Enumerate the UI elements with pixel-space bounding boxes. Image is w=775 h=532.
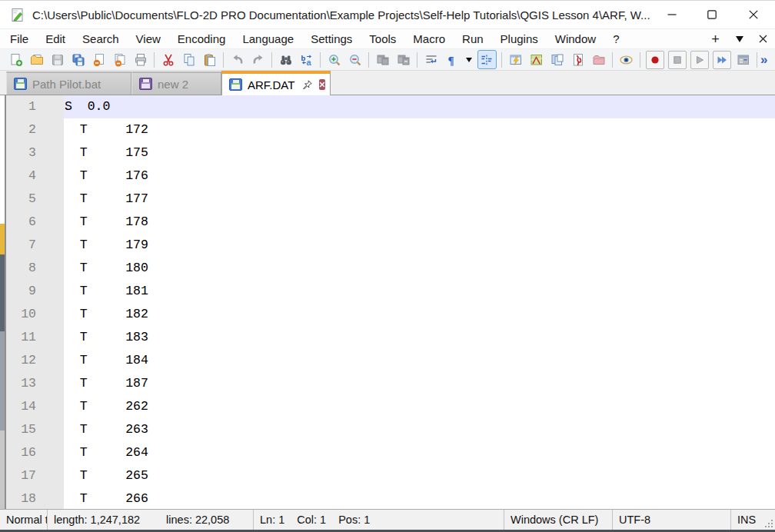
close-all-button[interactable] <box>111 52 128 68</box>
tab-list-dropdown-button[interactable] <box>727 29 751 48</box>
menu-item[interactable]: Window <box>547 29 604 48</box>
editor-line[interactable]: T 264 <box>64 441 775 464</box>
document-map-button[interactable] <box>618 52 635 68</box>
editor-line[interactable]: T 172 <box>64 118 775 141</box>
print-button[interactable] <box>132 52 149 68</box>
editor-line[interactable]: T 266 <box>64 487 775 509</box>
visibility-dropdown-button[interactable] <box>464 52 474 68</box>
line-number[interactable]: 1 <box>6 95 64 118</box>
line-number[interactable]: 13 <box>6 372 64 395</box>
cut-button[interactable] <box>160 52 177 68</box>
line-number[interactable]: 12 <box>6 349 64 372</box>
menu-item[interactable]: Encoding <box>169 29 234 48</box>
line-number[interactable]: 8 <box>6 257 64 280</box>
editor-line[interactable]: T 184 <box>64 349 775 372</box>
close-button[interactable] <box>732 1 775 28</box>
line-number[interactable]: 11 <box>6 326 64 349</box>
redo-button[interactable] <box>250 52 267 68</box>
play-macro-button[interactable] <box>690 51 709 69</box>
paste-button[interactable] <box>201 52 218 68</box>
find-button[interactable] <box>278 52 294 68</box>
tab-close-button[interactable] <box>319 79 325 90</box>
resize-grip-icon[interactable] <box>763 518 773 528</box>
menu-item[interactable]: Run <box>454 29 492 48</box>
editor-line[interactable]: T 178 <box>64 211 775 234</box>
menu-item[interactable]: Macro <box>404 29 454 48</box>
tab-new-2[interactable]: new 2 <box>131 71 221 95</box>
editor-line[interactable]: S 0.0 <box>64 95 775 118</box>
map-plugin-button[interactable] <box>528 52 545 68</box>
undo-button[interactable] <box>229 52 246 68</box>
line-number[interactable]: 14 <box>6 395 64 418</box>
word-wrap-button[interactable] <box>423 52 440 68</box>
open-file-button[interactable] <box>28 52 45 68</box>
menu-item[interactable]: File <box>2 29 37 48</box>
editor-line[interactable]: T 262 <box>64 395 775 418</box>
line-number[interactable]: 9 <box>6 280 64 303</box>
menu-item[interactable]: ? <box>604 29 627 48</box>
saved-file-icon <box>14 78 27 90</box>
line-number[interactable]: 15 <box>6 418 64 441</box>
editor-line[interactable]: T 263 <box>64 418 775 441</box>
line-number[interactable]: 18 <box>6 487 64 509</box>
save-recorded-macro-button[interactable] <box>735 52 752 68</box>
add-tab-button[interactable]: + <box>703 29 727 48</box>
line-number[interactable]: 6 <box>6 211 64 234</box>
menu-item[interactable]: View <box>128 29 169 48</box>
line-number[interactable]: 4 <box>6 165 64 188</box>
replace-button[interactable]: ba <box>298 52 315 68</box>
new-file-button[interactable] <box>8 52 25 68</box>
monitor-document-button[interactable] <box>549 52 566 68</box>
save-all-button[interactable] <box>70 52 87 68</box>
run-script-button[interactable] <box>507 52 524 68</box>
editor-line[interactable]: T 176 <box>64 165 775 188</box>
editor-line[interactable]: T 265 <box>64 464 775 487</box>
editor-line[interactable]: T 180 <box>64 257 775 280</box>
record-macro-button[interactable] <box>646 51 664 69</box>
encoding-segment[interactable]: UTF-8 <box>613 510 731 530</box>
save-button[interactable] <box>49 52 66 68</box>
menu-item[interactable]: Language <box>234 29 302 48</box>
editor-line[interactable]: T 181 <box>64 280 775 303</box>
maximize-button[interactable] <box>692 1 732 28</box>
menu-item[interactable]: Settings <box>302 29 361 48</box>
stop-macro-button[interactable] <box>668 51 687 69</box>
eol-format-segment[interactable]: Windows (CR LF) <box>504 510 613 530</box>
line-number[interactable]: 16 <box>6 441 64 464</box>
indent-guide-button[interactable] <box>477 50 497 69</box>
editor-line[interactable]: T 183 <box>64 326 775 349</box>
editor-line[interactable]: T 187 <box>64 372 775 395</box>
minimize-button[interactable] <box>652 1 692 28</box>
editor-text-area[interactable]: 1 S 0.0 2 T 172 3 T 175 4 T 176 5 T 177 … <box>6 95 775 509</box>
close-file-button[interactable] <box>91 52 108 68</box>
run-macro-multiple-button[interactable] <box>713 51 731 69</box>
pin-tab-button[interactable] <box>301 79 313 91</box>
sync-horizontal-scrolling-button[interactable] <box>395 52 412 68</box>
show-all-characters-button[interactable]: ¶ <box>444 52 461 68</box>
line-number[interactable]: 3 <box>6 141 64 165</box>
more-toolbar-buttons[interactable]: » <box>760 52 767 68</box>
editor-line[interactable]: T 177 <box>64 188 775 211</box>
close-document-button[interactable] <box>751 29 775 48</box>
line-number[interactable]: 2 <box>6 118 64 141</box>
menu-item[interactable]: Search <box>74 29 128 48</box>
editor-line[interactable]: T 175 <box>64 141 775 165</box>
copy-button[interactable] <box>181 52 198 68</box>
line-number[interactable]: 10 <box>6 303 64 326</box>
function-ribbon-doc-button[interactable] <box>570 52 587 68</box>
editor-line[interactable]: T 182 <box>64 303 775 326</box>
zoom-in-button[interactable] <box>326 52 343 68</box>
insert-mode-segment[interactable]: INS <box>731 510 775 530</box>
sync-vertical-scrolling-button[interactable] <box>374 52 391 68</box>
line-number[interactable]: 17 <box>6 464 64 487</box>
menu-item[interactable]: Plugins <box>492 29 547 48</box>
menu-item[interactable]: Edit <box>37 29 74 48</box>
line-number[interactable]: 7 <box>6 234 64 257</box>
tab-path-pilot-bat[interactable]: Path Pilot.bat <box>6 71 131 95</box>
editor-line[interactable]: T 179 <box>64 234 775 257</box>
line-number[interactable]: 5 <box>6 188 64 211</box>
zoom-out-button[interactable] <box>347 52 364 68</box>
tab-arf-dat[interactable]: ARF.DAT <box>221 71 331 95</box>
menu-item[interactable]: Tools <box>361 29 404 48</box>
folder-as-workspace-button[interactable] <box>590 52 607 68</box>
